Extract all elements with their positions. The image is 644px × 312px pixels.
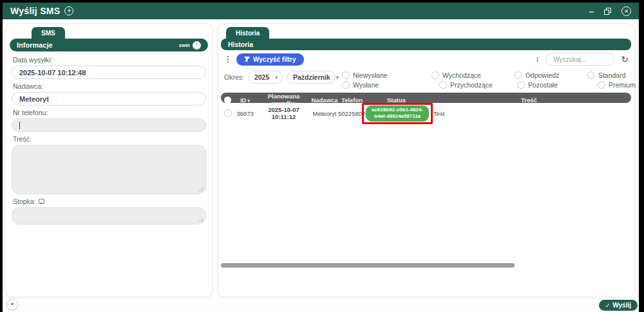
column-sender[interactable]: Nadawca <box>311 96 338 104</box>
bottom-expander-button[interactable]: ▾ <box>6 298 18 310</box>
compose-section-title: Informacje <box>17 41 53 49</box>
search-input[interactable] <box>545 53 615 66</box>
horizontal-scrollbar[interactable] <box>221 263 515 268</box>
year-select[interactable]: 2025 ▾ <box>248 71 283 84</box>
period-filter-row: Okres: 2025 ▾ Październik ▾ Niewysłane W… <box>218 67 634 91</box>
restore-button[interactable] <box>604 8 611 15</box>
date-label: Data wysyłki: <box>13 56 205 64</box>
cell-sender: Meteoryt <box>311 110 338 117</box>
column-planned[interactable]: Planowana wysyłka <box>256 93 311 107</box>
radio-icon[interactable] <box>587 71 595 79</box>
resize-grip-icon[interactable] <box>198 187 204 192</box>
chevron-down-icon: ▾ <box>275 75 278 80</box>
status-filters: Niewysłane Wychodzące Odpowiedź Standard… <box>342 70 639 89</box>
comment-icon <box>39 199 44 204</box>
collapse-label: zwiń <box>179 42 190 48</box>
month-value: Październik <box>293 73 330 81</box>
funnel-icon <box>244 57 250 62</box>
sort-updown-icon[interactable]: ↕ <box>535 55 539 64</box>
phone-field[interactable] <box>12 118 206 132</box>
column-status[interactable]: Status <box>366 96 427 104</box>
table-header: ID▾ Planowana wysyłka Nadawca Telefon St… <box>221 93 631 103</box>
plus-glyph: + <box>68 8 71 14</box>
cell-id: 36873 <box>234 110 256 117</box>
compose-section-header: Informacje zwiń ↑ <box>10 39 208 51</box>
column-id[interactable]: ID▾ <box>234 96 256 104</box>
filter-toolbar: ⋮ Wyczyść filtry ↕ ↻ <box>218 50 634 67</box>
filter-odpowiedz[interactable]: Odpowiedź <box>515 71 587 79</box>
text-cursor <box>19 122 20 129</box>
year-value: 2025 <box>254 73 269 81</box>
filter-przychodzace[interactable]: Przychodzące <box>439 81 517 89</box>
column-content[interactable]: Treść <box>427 96 631 104</box>
clear-filters-label: Wyczyść filtry <box>253 56 296 63</box>
footer-label-text: Stopka: <box>13 197 36 205</box>
chevron-down-icon: ▾ <box>336 75 339 80</box>
footer-label: Stopka: <box>13 197 205 205</box>
cell-status: ac628b92-c0b1-4824-b4af-48924a58711a <box>366 106 427 122</box>
tab-historia[interactable]: Historia <box>226 27 269 39</box>
content-textarea[interactable] <box>12 145 206 194</box>
footer-textarea[interactable] <box>12 207 206 225</box>
table-row[interactable]: 36873 2025-10-07 10:11:12 Meteoryt 50225… <box>221 106 631 122</box>
date-field[interactable]: 2025-10-07 10:12:48 <box>12 66 206 79</box>
radio-icon[interactable] <box>342 81 350 89</box>
title-bar: Wyślij SMS + – ✕ <box>3 3 639 19</box>
tab-sms[interactable]: SMS <box>32 27 65 39</box>
radio-icon[interactable] <box>342 71 350 79</box>
row-checkbox[interactable] <box>224 109 232 117</box>
radio-icon[interactable] <box>515 71 522 79</box>
collapse-button[interactable]: zwiń ↑ <box>179 41 201 50</box>
compose-panel: SMS Informacje zwiń ↑ Data wysyłki: 2025… <box>5 23 213 297</box>
window-controls: – ✕ <box>589 6 631 16</box>
filter-niewyslane[interactable]: Niewysłane <box>342 71 431 79</box>
sort-caret-icon: ▾ <box>247 98 250 103</box>
month-select[interactable]: Październik ▾ <box>287 71 336 84</box>
cell-phone: 502258020 <box>338 110 366 117</box>
resize-grip-icon[interactable] <box>198 217 204 222</box>
filters-row-1: Niewysłane Wychodzące Odpowiedź Standard… <box>342 70 639 80</box>
content-label: Treść: <box>13 135 205 143</box>
kebab-menu-icon[interactable]: ⋮ <box>224 55 232 64</box>
status-badge[interactable]: ac628b92-c0b1-4824-b4af-48924a58711a <box>366 106 429 122</box>
cell-planned: 2025-10-07 10:11:12 <box>256 106 311 120</box>
radio-icon[interactable] <box>517 81 525 89</box>
filter-pozostale[interactable]: Pozostałe <box>517 81 598 89</box>
clear-filters-button[interactable]: Wyczyść filtry <box>236 53 304 66</box>
phone-label: Nr telefonu: <box>13 109 205 116</box>
send-button[interactable]: ✓ Wyślij <box>599 300 638 311</box>
filter-wyslane[interactable]: Wysłane <box>342 81 439 89</box>
filter-premium[interactable]: Premium <box>598 81 636 89</box>
app-window: Wyślij SMS + – ✕ SMS Informacje zwiń ↑ D… <box>3 3 639 312</box>
cell-content: Test <box>427 110 631 117</box>
sender-field[interactable]: Meteoryt <box>12 92 206 106</box>
collapse-arrow-icon: ↑ <box>193 41 201 50</box>
filter-wychodzace[interactable]: Wychodzące <box>431 71 515 79</box>
history-section-header: Historia <box>221 39 631 50</box>
refresh-icon[interactable]: ↻ <box>621 55 629 64</box>
radio-icon[interactable] <box>431 71 439 79</box>
column-phone[interactable]: Telefon <box>338 96 366 104</box>
sender-label: Nadawca: <box>13 82 205 90</box>
check-icon: ✓ <box>605 302 611 309</box>
filters-row-2: Wysłane Przychodzące Pozostałe Premium <box>342 80 639 89</box>
period-label: Okres: <box>224 73 244 81</box>
new-sms-plus-icon[interactable]: + <box>64 6 73 15</box>
radio-icon[interactable] <box>598 81 605 89</box>
history-panel: Historia Historia ⋮ Wyczyść filtry ↕ ↻ O… <box>218 23 634 297</box>
send-button-label: Wyślij <box>612 302 631 309</box>
select-all-toggle[interactable] <box>224 96 231 104</box>
minimize-button[interactable]: – <box>589 6 594 16</box>
filter-standard[interactable]: Standard <box>587 71 639 79</box>
compose-form: Data wysyłki: 2025-10-07 10:12:48 Nadawc… <box>6 51 212 226</box>
radio-icon[interactable] <box>439 81 447 89</box>
window-title: Wyślij SMS <box>10 6 60 16</box>
close-button[interactable]: ✕ <box>621 6 631 16</box>
